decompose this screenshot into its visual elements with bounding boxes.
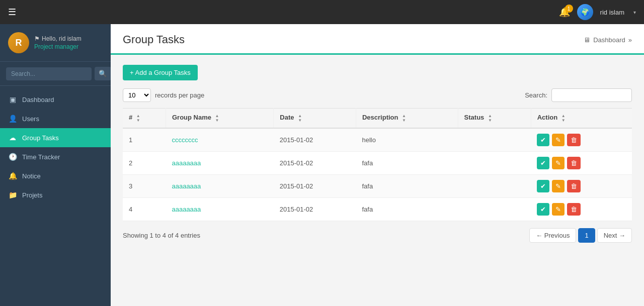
cell-id: 3 xyxy=(123,175,166,198)
sidebar: R ⚑ Hello, rid islam Project manager 🔍 ▣… xyxy=(0,24,111,306)
edit-button[interactable]: ✎ xyxy=(552,134,565,146)
topnav-avatar: 🌍 xyxy=(577,4,593,20)
prev-page-button[interactable]: ← Previous xyxy=(529,228,576,243)
cell-description: fafa xyxy=(356,198,458,221)
main-content: Group Tasks 🖥 Dashboard » + Add a Group … xyxy=(111,24,644,306)
sidebar-avatar: R xyxy=(8,32,29,53)
edit-button[interactable]: ✎ xyxy=(552,180,565,192)
sidebar-search-button[interactable]: 🔍 xyxy=(95,67,111,80)
cell-status xyxy=(458,175,531,198)
records-per-page-select[interactable]: 10 25 50 100 xyxy=(123,88,151,102)
col-action[interactable]: Action ▲▼ xyxy=(531,109,632,129)
group-name-link[interactable]: aaaaaaaa xyxy=(172,206,201,213)
add-group-task-button[interactable]: + Add a Group Tasks xyxy=(123,65,198,80)
group-name-link[interactable]: aaaaaaaa xyxy=(172,182,201,190)
sidebar-search-input[interactable] xyxy=(6,67,92,80)
table-search-input[interactable] xyxy=(551,88,632,102)
sidebar-item-time-tracker-label: Time Tracker xyxy=(22,153,60,161)
edit-button[interactable]: ✎ xyxy=(552,157,565,169)
delete-button[interactable]: 🗑 xyxy=(567,157,581,169)
top-navbar: ☰ 🔔 1 🌍 rid islam ▾ xyxy=(0,0,644,24)
sidebar-item-dashboard[interactable]: ▣ Dashboard xyxy=(0,90,111,109)
time-tracker-icon: 🕐 xyxy=(8,153,17,161)
page-title: Group Tasks xyxy=(123,33,185,46)
sidebar-nav: ▣ Dashboard 👤 Users ☁ Group Tasks 🕐 Time… xyxy=(0,86,111,306)
delete-button[interactable]: 🗑 xyxy=(567,134,581,146)
showing-text: Showing 1 to 4 of 4 entries xyxy=(123,232,200,239)
delete-button[interactable]: 🗑 xyxy=(567,203,581,216)
col-status[interactable]: Status ▲▼ xyxy=(458,109,531,129)
topnav-left: ☰ xyxy=(8,7,16,18)
flag-icon: ⚑ xyxy=(34,35,40,42)
topnav-right: 🔔 1 🌍 rid islam ▾ xyxy=(559,4,636,20)
cell-status xyxy=(458,198,531,221)
cell-status xyxy=(458,128,531,152)
edit-button[interactable]: ✎ xyxy=(552,203,565,216)
topnav-username: rid islam xyxy=(600,9,624,16)
cell-description: fafa xyxy=(356,175,458,198)
sidebar-item-group-tasks[interactable]: ☁ Group Tasks xyxy=(0,128,111,147)
col-description[interactable]: Description ▲▼ xyxy=(356,109,458,129)
group-tasks-table: # ▲▼ Group Name ▲▼ Date ▲▼ Description ▲… xyxy=(123,108,632,221)
hamburger-icon[interactable]: ☰ xyxy=(8,7,16,18)
table-row: 2 aaaaaaaa 2015-01-02 fafa ✔ ✎ 🗑 xyxy=(123,152,632,175)
breadcrumb-label[interactable]: Dashboard xyxy=(593,36,625,44)
breadcrumb: 🖥 Dashboard » xyxy=(584,36,632,44)
col-hash[interactable]: # ▲▼ xyxy=(123,109,166,129)
sidebar-item-users-label: Users xyxy=(22,115,39,123)
table-search: Search: xyxy=(525,88,632,102)
delete-button[interactable]: 🗑 xyxy=(567,180,581,192)
cell-date: 2015-01-02 xyxy=(274,128,356,152)
sidebar-hello: ⚑ Hello, rid islam xyxy=(34,35,103,42)
page-1-button[interactable]: 1 xyxy=(578,228,595,243)
cell-description: fafa xyxy=(356,152,458,175)
sidebar-user-info: ⚑ Hello, rid islam Project manager xyxy=(34,35,103,50)
cell-description: hello xyxy=(356,128,458,152)
cell-id: 4 xyxy=(123,198,166,221)
page-header: Group Tasks 🖥 Dashboard » xyxy=(111,24,644,55)
topnav-dropdown-arrow[interactable]: ▾ xyxy=(633,10,636,15)
col-group-name[interactable]: Group Name ▲▼ xyxy=(166,109,273,129)
action-buttons: ✔ ✎ 🗑 xyxy=(537,157,626,169)
table-header-row: # ▲▼ Group Name ▲▼ Date ▲▼ Description ▲… xyxy=(123,109,632,129)
sidebar-item-users[interactable]: 👤 Users xyxy=(0,109,111,128)
cell-group-name: aaaaaaaa xyxy=(166,198,273,221)
content-body: + Add a Group Tasks 10 25 50 100 records… xyxy=(111,55,644,253)
users-icon: 👤 xyxy=(8,115,17,123)
check-button[interactable]: ✔ xyxy=(537,157,549,169)
action-buttons: ✔ ✎ 🗑 xyxy=(537,180,626,192)
sidebar-item-time-tracker[interactable]: 🕐 Time Tracker xyxy=(0,147,111,166)
breadcrumb-icon: 🖥 xyxy=(584,36,590,44)
cell-group-name: aaaaaaaa xyxy=(166,152,273,175)
sidebar-item-projets[interactable]: 📁 Projets xyxy=(0,185,111,205)
group-tasks-icon: ☁ xyxy=(8,134,17,142)
cell-action: ✔ ✎ 🗑 xyxy=(531,198,632,221)
table-controls: 10 25 50 100 records per page Search: xyxy=(123,88,632,102)
sidebar-item-notice[interactable]: 🔔 Notice xyxy=(0,166,111,185)
notice-icon: 🔔 xyxy=(8,172,17,180)
dashboard-icon: ▣ xyxy=(8,95,17,104)
cell-group-name: cccccccc xyxy=(166,128,273,152)
sidebar-item-projets-label: Projets xyxy=(22,191,42,199)
breadcrumb-arrow: » xyxy=(628,36,632,44)
cell-id: 1 xyxy=(123,128,166,152)
cell-date: 2015-01-02 xyxy=(274,152,356,175)
cell-date: 2015-01-02 xyxy=(274,198,356,221)
table-row: 3 aaaaaaaa 2015-01-02 fafa ✔ ✎ 🗑 xyxy=(123,175,632,198)
col-date[interactable]: Date ▲▼ xyxy=(274,109,356,129)
cell-action: ✔ ✎ 🗑 xyxy=(531,175,632,198)
next-page-button[interactable]: Next → xyxy=(597,228,632,243)
check-button[interactable]: ✔ xyxy=(537,134,549,146)
check-button[interactable]: ✔ xyxy=(537,203,549,216)
action-buttons: ✔ ✎ 🗑 xyxy=(537,134,626,146)
group-name-link[interactable]: aaaaaaaa xyxy=(172,159,201,167)
check-button[interactable]: ✔ xyxy=(537,180,549,192)
notification-bell[interactable]: 🔔 1 xyxy=(559,7,570,18)
records-label: records per page xyxy=(155,91,204,99)
table-body: 1 cccccccc 2015-01-02 hello ✔ ✎ 🗑 2 aaaa… xyxy=(123,128,632,221)
table-row: 1 cccccccc 2015-01-02 hello ✔ ✎ 🗑 xyxy=(123,128,632,152)
group-name-link[interactable]: cccccccc xyxy=(172,136,198,144)
pagination: ← Previous 1 Next → xyxy=(529,228,632,243)
records-per-page: 10 25 50 100 records per page xyxy=(123,88,204,102)
cell-date: 2015-01-02 xyxy=(274,175,356,198)
